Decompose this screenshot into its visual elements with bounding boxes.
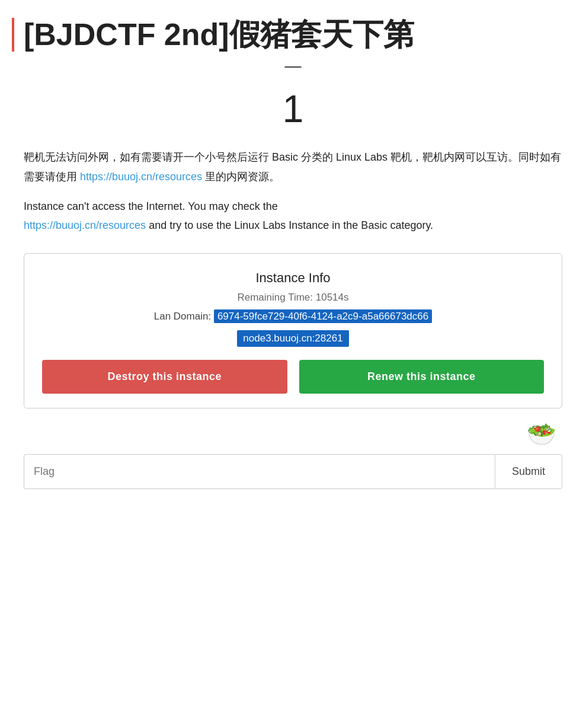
description-en-part1: Instance can't access the Internet. You …	[24, 200, 278, 212]
page-title: [BJDCTF 2nd]假猪套天下第	[12, 18, 562, 52]
description-cn-suffix: 里的内网资源。	[205, 171, 280, 183]
instance-node: node3.buuoj.cn:28261	[42, 330, 544, 347]
renew-button[interactable]: Renew this instance	[299, 360, 545, 394]
resources-link-en[interactable]: https://buuoj.cn/resources	[24, 219, 146, 231]
node-value: node3.buuoj.cn:28261	[237, 330, 348, 347]
title-divider: —	[24, 56, 562, 75]
description-en: Instance can't access the Internet. You …	[24, 197, 562, 235]
lan-domain-value: 6974-59fce729-40f6-4124-a2c9-a5a66673dc6…	[214, 309, 432, 323]
emoji-decoration: 🥗	[24, 420, 562, 448]
submit-button[interactable]: Submit	[495, 454, 562, 489]
instance-info-box: Instance Info Remaining Time: 10514s Lan…	[24, 253, 562, 408]
flag-input[interactable]	[24, 454, 495, 489]
description-en-part2: and try to use the Linux Labs Instance i…	[149, 219, 433, 231]
remaining-value: 10514s	[316, 292, 349, 303]
instance-lan-domain: Lan Domain: 6974-59fce729-40f6-4124-a2c9…	[42, 308, 544, 324]
description-cn: 靶机无法访问外网，如有需要请开一个小号然后运行 Basic 分类的 Linux …	[24, 148, 562, 186]
flag-row: Submit	[24, 454, 562, 489]
resources-link-cn[interactable]: https://buuoj.cn/resources	[80, 171, 202, 183]
instance-remaining: Remaining Time: 10514s	[42, 292, 544, 304]
instance-buttons: Destroy this instance Renew this instanc…	[42, 360, 544, 394]
remaining-label: Remaining Time:	[237, 292, 313, 303]
score-number: 1	[24, 87, 562, 131]
destroy-button[interactable]: Destroy this instance	[42, 360, 287, 394]
lan-domain-label: Lan Domain:	[154, 311, 211, 322]
instance-info-title: Instance Info	[42, 270, 544, 286]
